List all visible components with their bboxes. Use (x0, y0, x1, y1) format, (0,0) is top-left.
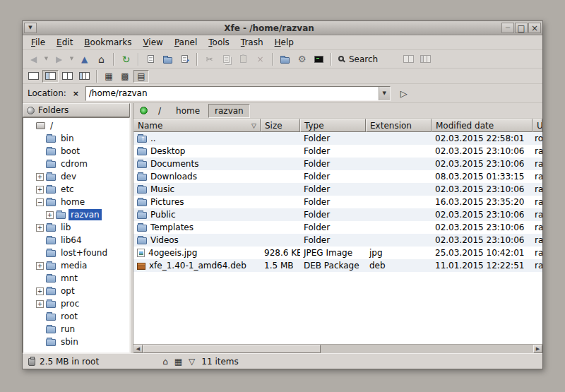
scroll-right-button[interactable]: ▶ (533, 345, 542, 353)
column-header-extension[interactable]: Extension (366, 119, 432, 132)
column-header-modified-date[interactable]: Modified date (432, 119, 533, 132)
copy-button[interactable] (218, 52, 234, 67)
path-segment-home[interactable]: home (170, 104, 206, 118)
expand-icon[interactable]: + (46, 211, 54, 219)
view-indicator-button[interactable]: ▦ (174, 357, 182, 366)
tree-item-run[interactable]: run (23, 323, 129, 335)
file-row-templates[interactable]: TemplatesFolder02.03.2015 23:10:06razvan (133, 221, 542, 234)
file-row-public[interactable]: PublicFolder02.03.2015 23:10:06razvan (133, 208, 542, 221)
location-input[interactable] (86, 87, 379, 100)
location-dropdown-button[interactable]: ▼ (379, 87, 390, 100)
close-button[interactable]: × (528, 23, 541, 33)
small-icons-button[interactable]: ▩ (117, 70, 133, 83)
scroll-left-button[interactable]: ◀ (133, 345, 143, 353)
expand-icon[interactable]: + (36, 300, 44, 308)
big-icons-button[interactable]: ▦ (101, 70, 117, 83)
file-row-4ogeeis-jpg[interactable]: 4ogeeis.jpg928.6 KBJPEG Imagejpg25.03.20… (133, 247, 542, 259)
folders-header[interactable]: Folders (23, 103, 130, 117)
tree-two-panels-button[interactable] (76, 70, 93, 83)
column-header-name[interactable]: Name▽ (133, 119, 261, 132)
tree-item-lost-found[interactable]: lost+found (23, 247, 129, 259)
file-row-desktop[interactable]: DesktopFolder02.03.2015 23:10:06razvan (133, 145, 542, 158)
tree-item-dev[interactable]: +dev (23, 170, 129, 183)
file-row-documents[interactable]: DocumentsFolder02.03.2015 23:10:06razvan (133, 158, 542, 170)
tree-item-razvan[interactable]: +razvan (23, 208, 129, 221)
tree-item-sbin[interactable]: sbin (23, 335, 129, 348)
column-header-user[interactable]: User (533, 119, 542, 132)
window-menu-button[interactable]: ▼ (24, 23, 37, 33)
path-segment-root[interactable]: / (152, 104, 167, 118)
new-file-button[interactable] (143, 52, 159, 67)
menu-view[interactable]: View (137, 35, 168, 49)
back-history-button[interactable]: ▼ (42, 52, 50, 67)
forward-button[interactable]: ▶ (51, 52, 67, 67)
file-row-root[interactable]: ..Folder02.03.2015 22:58:01root (133, 132, 542, 145)
expand-icon[interactable]: + (36, 173, 44, 181)
tree-item-root[interactable]: / (23, 119, 129, 132)
horizontal-panels-button[interactable] (400, 52, 417, 67)
delete-button[interactable]: × (252, 52, 268, 67)
menu-edit[interactable]: Edit (51, 35, 78, 49)
bookmarks-button[interactable] (277, 52, 293, 67)
path-segment-razvan[interactable]: razvan (208, 104, 250, 118)
cut-button[interactable]: ✂ (201, 52, 218, 67)
tree-panel-button[interactable] (42, 70, 59, 83)
new-folder-button[interactable] (160, 52, 176, 67)
two-panels-button[interactable] (59, 70, 76, 83)
file-row-pictures[interactable]: PicturesFolder16.03.2015 23:35:20razvan (133, 196, 542, 208)
clear-location-button[interactable]: × (70, 88, 82, 100)
properties-button[interactable]: ⚙ (294, 52, 310, 67)
menu-tools[interactable]: Tools (203, 35, 235, 49)
menu-help[interactable]: Help (269, 35, 299, 49)
column-header-size[interactable]: Size (261, 119, 300, 132)
tree-item-mnt[interactable]: mnt (23, 272, 129, 285)
tree-item-lib[interactable]: +lib (23, 221, 129, 234)
filter-button[interactable]: ▽ (189, 357, 195, 366)
tree-item-lib64[interactable]: lib64 (23, 234, 129, 247)
parent-dir-button[interactable] (137, 105, 150, 117)
file-row-music[interactable]: MusicFolder02.03.2015 23:10:06razvan (133, 183, 542, 196)
file-row-videos[interactable]: VideosFolder02.03.2015 23:10:06razvan (133, 234, 542, 247)
file-row-downloads[interactable]: DownloadsFolder08.03.2015 01:33:15razvan (133, 170, 542, 183)
menu-panel[interactable]: Panel (169, 35, 203, 49)
maximize-button[interactable]: □ (515, 23, 528, 33)
file-row-xfe-1-40-1-amd64-deb[interactable]: xfe_1.40-1_amd64.deb1.5 MBDEB Packagedeb… (133, 259, 542, 272)
tree-item-proc[interactable]: +proc (23, 297, 129, 310)
forward-history-button[interactable]: ▼ (68, 52, 76, 67)
tree-item-etc[interactable]: +etc (23, 183, 129, 196)
detailed-list-button[interactable]: ▤ (133, 70, 149, 83)
tree-item-opt[interactable]: +opt (23, 285, 129, 297)
collapse-icon[interactable]: − (36, 198, 44, 206)
menu-file[interactable]: File (25, 35, 51, 49)
tree-item-media[interactable]: +media (23, 259, 129, 272)
scrollbar-track[interactable] (143, 345, 533, 353)
menu-trash[interactable]: Trash (235, 35, 269, 49)
expand-icon[interactable]: + (36, 186, 44, 194)
tree-item-cdrom[interactable]: cdrom (23, 158, 129, 170)
menu-bookmarks[interactable]: Bookmarks (78, 35, 137, 49)
up-button[interactable]: ▲ (76, 52, 93, 67)
home-button[interactable]: ⌂ (93, 52, 109, 67)
tree-item-bin[interactable]: bin (23, 132, 129, 145)
one-panel-button[interactable] (25, 70, 42, 83)
minimize-button[interactable]: — (501, 23, 514, 33)
new-symlink-button[interactable] (177, 52, 193, 67)
horizontal-scrollbar[interactable]: ◀ ▶ (133, 344, 542, 353)
tree-item-boot[interactable]: boot (23, 145, 129, 158)
expand-icon[interactable]: + (36, 224, 44, 232)
expand-icon[interactable]: + (36, 287, 44, 295)
scrollbar-thumb[interactable] (143, 345, 321, 353)
tree-item-root[interactable]: root (23, 310, 129, 323)
refresh-button[interactable]: ↻ (118, 52, 134, 67)
terminal-button[interactable] (311, 52, 327, 67)
expand-icon[interactable]: + (36, 262, 44, 270)
column-header-type[interactable]: Type (300, 119, 366, 132)
go-button[interactable]: ▷ (397, 86, 411, 100)
home-indicator-button[interactable]: ⌂ (162, 357, 168, 366)
paste-button[interactable] (235, 52, 251, 67)
back-button[interactable]: ◀ (25, 52, 42, 67)
tree-item-home[interactable]: −home (23, 196, 129, 208)
titlebar[interactable]: ▼ Xfe - /home/razvan —□× (23, 21, 542, 35)
vertical-panels-button[interactable] (417, 52, 434, 67)
search-button[interactable]: Search (335, 52, 381, 67)
